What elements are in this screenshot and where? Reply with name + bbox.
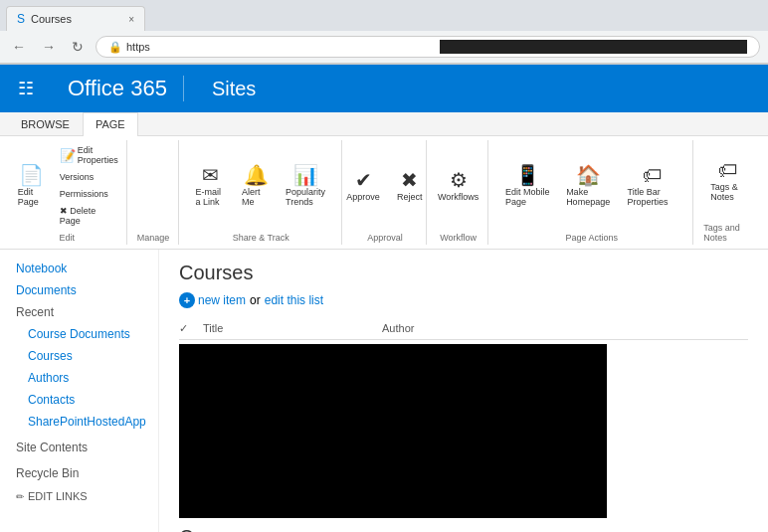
list-header: ✓ Title Author xyxy=(179,318,748,340)
workflows-label: Workflows xyxy=(438,192,479,202)
tags-buttons: 🏷 Tags & Notes xyxy=(703,142,752,219)
edit-links-button[interactable]: ✏ EDIT LINKS xyxy=(0,484,158,508)
approve-label: Approve xyxy=(346,192,380,202)
homepage-icon: 🏠 xyxy=(576,165,601,185)
edit-sub-group: 📝 Edit Properties Versions Permissions ✖… xyxy=(55,142,123,229)
email-link-button[interactable]: ✉ E-mail a Link xyxy=(189,161,233,211)
nav-sharepoint-app[interactable]: SharePointHostedApp xyxy=(0,411,158,433)
popularity-label: Popularity Trends xyxy=(286,187,326,207)
new-item-button[interactable]: + new item xyxy=(179,292,246,308)
tab-bar: S Courses × xyxy=(0,0,768,31)
alert-label: Alert Me xyxy=(242,187,270,207)
titlebar-label: Title Bar Properties xyxy=(627,187,677,207)
edit-properties-button[interactable]: 📝 Edit Properties xyxy=(55,142,123,168)
nav-contacts[interactable]: Contacts xyxy=(0,389,158,411)
make-homepage-button[interactable]: 🏠 Make Homepage xyxy=(559,161,618,211)
workflows-button[interactable]: ⚙ Workflows xyxy=(431,166,485,206)
ribbon-group-tags: 🏷 Tags & Notes Tags and Notes xyxy=(695,140,760,245)
approval-buttons: ✔ Approve ✖ Reject xyxy=(339,142,431,229)
edit-page-icon: 📄 xyxy=(19,165,44,185)
tags-notes-button[interactable]: 🏷 Tags & Notes xyxy=(703,156,752,206)
workflows-icon: ⚙ xyxy=(450,170,468,190)
o365-header: ☷ Office 365 Sites xyxy=(0,65,768,112)
popularity-button[interactable]: 📊 Popularity Trends xyxy=(279,161,333,211)
ribbon-group-page-actions: 📱 Edit Mobile Page 🏠 Make Homepage 🏷 Tit… xyxy=(490,140,693,245)
email-label: E-mail a Link xyxy=(196,187,226,207)
nav-course-documents[interactable]: Course Documents xyxy=(0,323,158,345)
left-nav: Notebook Documents Recent Course Documen… xyxy=(0,250,159,532)
browser-tab[interactable]: S Courses × xyxy=(6,6,145,31)
ribbon-group-share: ✉ E-mail a Link 🔔 Alert Me 📊 Popularity … xyxy=(181,140,343,245)
title-column: Title xyxy=(203,322,382,335)
nav-courses[interactable]: Courses xyxy=(0,345,158,367)
ribbon: BROWSE PAGE 📄 Edit Page 📝 Edit Propertie… xyxy=(0,112,768,250)
nav-documents[interactable]: Documents xyxy=(0,279,158,301)
browser-chrome: S Courses × ← → ↻ 🔒 https xyxy=(0,0,768,65)
waffle-icon[interactable]: ☷ xyxy=(12,72,40,105)
edit-page-label: Edit Page xyxy=(18,187,46,207)
email-icon: ✉ xyxy=(202,165,219,185)
author-column: Author xyxy=(382,322,501,335)
nav-authors[interactable]: Authors xyxy=(0,367,158,389)
edit-props-label: Edit Properties xyxy=(78,145,118,165)
page-action-buttons: 📱 Edit Mobile Page 🏠 Make Homepage 🏷 Tit… xyxy=(498,142,684,229)
titlebar-icon: 🏷 xyxy=(643,165,663,185)
refresh-button[interactable]: ↻ xyxy=(68,37,88,57)
share-buttons: ✉ E-mail a Link 🔔 Alert Me 📊 Popularity … xyxy=(189,142,334,229)
approval-group-label: Approval xyxy=(367,231,403,243)
nav-recycle-bin[interactable]: Recycle Bin xyxy=(0,462,158,484)
title-bar-button[interactable]: 🏷 Title Bar Properties xyxy=(620,161,684,211)
address-input[interactable]: 🔒 https xyxy=(96,36,760,58)
approve-button[interactable]: ✔ Approve xyxy=(339,166,387,206)
workflow-group-label: Workflow xyxy=(440,231,477,243)
delete-page-label: ✖ Delete Page xyxy=(60,206,118,226)
tab-page[interactable]: PAGE xyxy=(83,112,138,136)
permissions-label: Permissions xyxy=(60,189,108,199)
tab-close-button[interactable]: × xyxy=(128,14,134,25)
popularity-icon: 📊 xyxy=(293,165,318,185)
content-overlay xyxy=(179,344,607,518)
reject-icon: ✖ xyxy=(401,170,418,190)
address-text: https xyxy=(126,41,434,53)
ribbon-content: 📄 Edit Page 📝 Edit Properties Versions P… xyxy=(0,136,768,249)
page-actions-label: Page Actions xyxy=(565,231,618,243)
office365-title: Office 365 xyxy=(52,76,184,101)
edit-group-label: Edit xyxy=(60,231,76,243)
tab-browse[interactable]: BROWSE xyxy=(8,112,83,135)
forward-button[interactable]: → xyxy=(38,37,60,57)
edit-page-button[interactable]: 📄 Edit Page xyxy=(11,161,53,211)
nav-recent-header: Recent xyxy=(0,301,158,323)
delete-page-button[interactable]: ✖ Delete Page xyxy=(55,203,123,229)
versions-button[interactable]: Versions xyxy=(55,169,123,185)
workflow-buttons: ⚙ Workflows xyxy=(431,142,485,229)
lock-icon: 🔒 xyxy=(108,41,122,54)
ribbon-group-edit: 📄 Edit Page 📝 Edit Properties Versions P… xyxy=(8,140,127,245)
list-actions: + new item or edit this list xyxy=(179,292,748,308)
sites-title: Sites xyxy=(196,78,256,100)
edit-pencil-icon: ✏ xyxy=(16,491,24,502)
share-group-label: Share & Track xyxy=(233,231,289,243)
reject-button[interactable]: ✖ Reject xyxy=(389,166,431,206)
edit-list-link[interactable]: edit this list xyxy=(265,293,323,307)
content-area: Courses + new item or edit this list ✓ T… xyxy=(159,250,768,532)
tags-group-label: Tags and Notes xyxy=(703,221,752,243)
mobile-icon: 📱 xyxy=(515,165,540,185)
edit-buttons: 📄 Edit Page 📝 Edit Properties Versions P… xyxy=(11,142,123,229)
edit-props-icon: 📝 xyxy=(60,149,76,162)
tags-label: Tags & Notes xyxy=(710,182,745,202)
ribbon-group-approval: ✔ Approve ✖ Reject Approval xyxy=(344,140,427,245)
edit-links-label: EDIT LINKS xyxy=(28,490,88,502)
nav-site-contents[interactable]: Site Contents xyxy=(0,437,158,458)
alert-me-button[interactable]: 🔔 Alert Me xyxy=(235,161,277,211)
tags-icon: 🏷 xyxy=(718,160,738,180)
reject-label: Reject xyxy=(397,192,423,202)
edit-mobile-button[interactable]: 📱 Edit Mobile Page xyxy=(498,161,557,211)
new-item-label: new item xyxy=(198,293,246,307)
alert-icon: 🔔 xyxy=(244,165,269,185)
address-bar: ← → ↻ 🔒 https xyxy=(0,31,768,64)
nav-notebook[interactable]: Notebook xyxy=(0,258,158,279)
second-section-title: Co xyxy=(179,526,748,532)
permissions-button[interactable]: Permissions xyxy=(55,186,123,202)
back-button[interactable]: ← xyxy=(8,37,30,57)
homepage-label: Make Homepage xyxy=(566,187,611,207)
